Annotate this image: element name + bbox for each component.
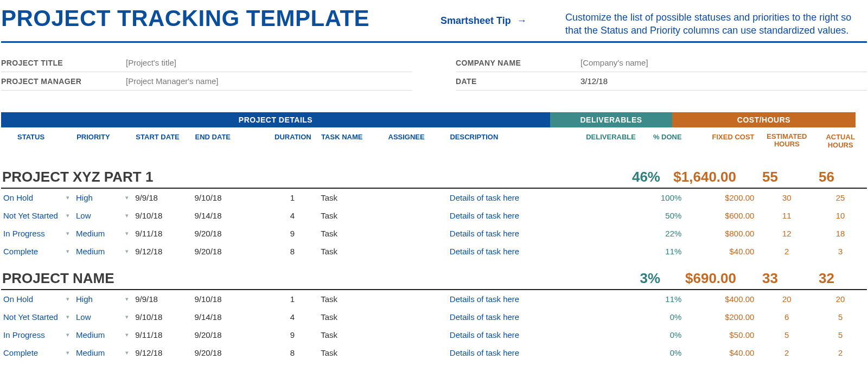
priority-cell[interactable]: Medium▾ <box>76 348 135 357</box>
task-name-cell[interactable]: Task <box>321 247 388 256</box>
end-date-cell[interactable]: 9/20/18 <box>195 247 264 256</box>
status-cell[interactable]: In Progress▾ <box>1 330 76 339</box>
pct-done-cell[interactable]: 0% <box>640 330 692 339</box>
actual-hours-cell[interactable]: 5 <box>814 312 867 322</box>
duration-cell[interactable]: 1 <box>264 193 321 202</box>
duration-cell[interactable]: 4 <box>264 211 321 220</box>
duration-cell[interactable]: 8 <box>264 348 321 357</box>
status-cell[interactable]: Not Yet Started▾ <box>1 312 76 322</box>
pct-done-cell[interactable]: 11% <box>640 247 692 256</box>
end-date-cell[interactable]: 9/10/18 <box>195 193 264 202</box>
smartsheet-tip-link[interactable]: Smartsheet Tip → <box>441 5 549 27</box>
priority-cell[interactable]: High▾ <box>76 294 135 304</box>
task-name-cell[interactable]: Task <box>321 211 388 220</box>
project-summary-row: PROJECT XYZ PART 146%$1,640.005556 <box>1 159 867 189</box>
description-cell[interactable]: Details of task here <box>450 247 581 256</box>
duration-cell[interactable]: 8 <box>264 247 321 256</box>
company-name-input[interactable] <box>580 58 867 67</box>
end-date-cell[interactable]: 9/20/18 <box>195 229 264 238</box>
duration-cell[interactable]: 9 <box>264 229 321 238</box>
est-hours-cell[interactable]: 30 <box>760 193 814 202</box>
duration-cell[interactable]: 4 <box>264 312 321 322</box>
est-hours-cell[interactable]: 20 <box>760 294 814 304</box>
priority-cell[interactable]: Low▾ <box>76 211 135 220</box>
fixed-cost-cell[interactable]: $40.00 <box>692 348 760 357</box>
status-value: Complete <box>3 348 38 357</box>
start-date-cell[interactable]: 9/12/18 <box>135 247 194 256</box>
status-cell[interactable]: Complete▾ <box>1 348 76 357</box>
task-name-cell[interactable]: Task <box>321 312 388 322</box>
start-date-cell[interactable]: 9/11/18 <box>135 229 194 238</box>
fixed-cost-cell[interactable]: $40.00 <box>692 247 760 256</box>
est-hours-cell[interactable]: 5 <box>760 330 814 339</box>
project-manager-input[interactable] <box>126 76 412 86</box>
priority-cell[interactable]: Medium▾ <box>76 229 135 238</box>
pct-done-cell[interactable]: 100% <box>640 193 692 202</box>
description-cell[interactable]: Details of task here <box>450 211 581 220</box>
task-name-cell[interactable]: Task <box>321 348 388 357</box>
actual-hours-cell[interactable]: 18 <box>814 229 867 238</box>
end-date-cell[interactable]: 9/14/18 <box>195 211 264 220</box>
table-row: Not Yet Started▾Low▾9/10/189/14/184TaskD… <box>1 308 867 326</box>
est-hours-cell[interactable]: 2 <box>760 348 814 357</box>
meta-right-column: COMPANY NAME DATE <box>456 54 867 91</box>
status-cell[interactable]: Complete▾ <box>1 247 76 256</box>
pct-done-cell[interactable]: 11% <box>640 294 692 304</box>
actual-hours-cell[interactable]: 25 <box>814 193 867 202</box>
project-title-input[interactable] <box>126 58 412 67</box>
actual-hours-cell[interactable]: 2 <box>814 348 867 357</box>
description-cell[interactable]: Details of task here <box>450 294 581 304</box>
status-cell[interactable]: Not Yet Started▾ <box>1 211 76 220</box>
description-cell[interactable]: Details of task here <box>450 330 581 339</box>
task-name-cell[interactable]: Task <box>321 330 388 339</box>
end-date-cell[interactable]: 9/10/18 <box>195 294 264 304</box>
task-name-cell[interactable]: Task <box>321 294 388 304</box>
chevron-down-icon: ▾ <box>125 194 129 201</box>
est-hours-cell[interactable]: 11 <box>760 211 814 220</box>
description-cell[interactable]: Details of task here <box>450 193 581 202</box>
fixed-cost-cell[interactable]: $200.00 <box>692 193 760 202</box>
status-cell[interactable]: In Progress▾ <box>1 229 76 238</box>
pct-done-cell[interactable]: 50% <box>640 211 692 220</box>
description-cell[interactable]: Details of task here <box>450 348 581 357</box>
end-date-cell[interactable]: 9/20/18 <box>195 348 264 357</box>
actual-hours-cell[interactable]: 5 <box>814 330 867 339</box>
date-input[interactable] <box>580 76 867 86</box>
task-name-cell[interactable]: Task <box>321 229 388 238</box>
pct-done-cell[interactable]: 0% <box>640 348 692 357</box>
priority-cell[interactable]: Medium▾ <box>76 247 135 256</box>
priority-cell[interactable]: Medium▾ <box>76 330 135 339</box>
pct-done-cell[interactable]: 0% <box>640 312 692 322</box>
fixed-cost-cell[interactable]: $200.00 <box>692 312 760 322</box>
start-date-cell[interactable]: 9/12/18 <box>135 348 194 357</box>
est-hours-cell[interactable]: 6 <box>760 312 814 322</box>
fixed-cost-cell[interactable]: $50.00 <box>692 330 760 339</box>
start-date-cell[interactable]: 9/9/18 <box>135 193 194 202</box>
status-cell[interactable]: On Hold▾ <box>1 294 76 304</box>
actual-hours-cell[interactable]: 3 <box>814 247 867 256</box>
task-name-cell[interactable]: Task <box>321 193 388 202</box>
end-date-cell[interactable]: 9/14/18 <box>195 312 264 322</box>
fixed-cost-cell[interactable]: $400.00 <box>692 294 760 304</box>
est-hours-cell[interactable]: 2 <box>760 247 814 256</box>
start-date-cell[interactable]: 9/10/18 <box>135 312 194 322</box>
tip-description: Customize the list of possible statuses … <box>565 5 867 37</box>
project-pct: 3% <box>611 270 671 287</box>
end-date-cell[interactable]: 9/20/18 <box>195 330 264 339</box>
priority-cell[interactable]: High▾ <box>76 193 135 202</box>
priority-cell[interactable]: Low▾ <box>76 312 135 322</box>
start-date-cell[interactable]: 9/10/18 <box>135 211 194 220</box>
duration-cell[interactable]: 1 <box>264 294 321 304</box>
duration-cell[interactable]: 9 <box>264 330 321 339</box>
description-cell[interactable]: Details of task here <box>450 312 581 322</box>
description-cell[interactable]: Details of task here <box>450 229 581 238</box>
fixed-cost-cell[interactable]: $800.00 <box>692 229 760 238</box>
start-date-cell[interactable]: 9/11/18 <box>135 330 194 339</box>
est-hours-cell[interactable]: 12 <box>760 229 814 238</box>
actual-hours-cell[interactable]: 20 <box>814 294 867 304</box>
fixed-cost-cell[interactable]: $600.00 <box>692 211 760 220</box>
status-cell[interactable]: On Hold▾ <box>1 193 76 202</box>
start-date-cell[interactable]: 9/9/18 <box>135 294 194 304</box>
pct-done-cell[interactable]: 22% <box>640 229 692 238</box>
actual-hours-cell[interactable]: 10 <box>814 211 867 220</box>
